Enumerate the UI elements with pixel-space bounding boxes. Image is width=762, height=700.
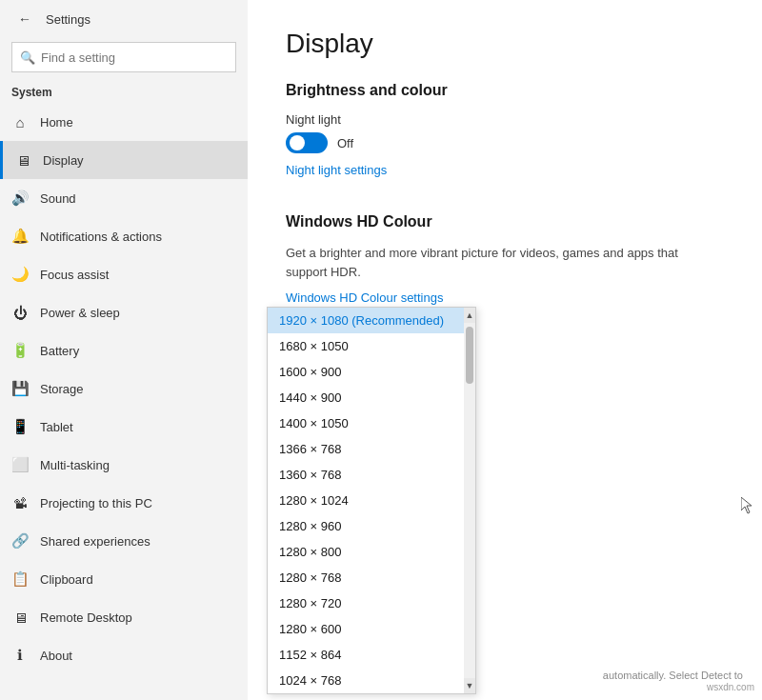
settings-title: Settings [46, 12, 90, 27]
toggle-state-label: Off [337, 136, 353, 150]
sidebar-item-about[interactable]: ℹ About [0, 636, 248, 674]
sidebar-item-label: About [40, 649, 72, 663]
dropdown-item[interactable]: 1366 × 768 [268, 436, 464, 462]
dropdown-item[interactable]: 1024 × 768 [268, 668, 464, 693]
hd-colour-heading: Windows HD Colour [286, 213, 724, 230]
hd-colour-description: Get a brighter and more vibrant picture … [286, 244, 686, 281]
watermark: wsxdn.com [707, 682, 754, 692]
dropdown-item[interactable]: 1280 × 1024 [268, 488, 464, 513]
sidebar-item-label: Notifications & actions [40, 230, 162, 244]
remote-icon: 🖥 [11, 609, 29, 626]
svg-marker-0 [741, 497, 752, 513]
sidebar-item-display[interactable]: 🖥 Display [0, 141, 248, 179]
sidebar-item-label: Shared experiences [40, 534, 150, 549]
night-light-toggle[interactable] [286, 132, 328, 153]
sound-icon: 🔊 [11, 190, 29, 207]
night-light-settings-link[interactable]: Night light settings [286, 163, 387, 177]
sidebar-item-label: Storage [40, 382, 84, 396]
scrollbar-track [464, 323, 475, 678]
sidebar-item-label: Remote Desktop [40, 610, 132, 625]
sidebar-item-label: Tablet [40, 420, 73, 434]
sidebar-item-label: Focus assist [40, 268, 109, 282]
sidebar-header: ← Settings [0, 0, 248, 38]
dropdown-list: 1920 × 1080 (Recommended)1680 × 10501600… [268, 308, 464, 693]
sidebar-item-storage[interactable]: 💾 Storage [0, 370, 248, 408]
sidebar-item-remote[interactable]: 🖥 Remote Desktop [0, 598, 248, 636]
sidebar-item-label: Multi-tasking [40, 458, 110, 472]
sidebar-item-label: Projecting to this PC [40, 496, 152, 510]
resolution-dropdown[interactable]: 1920 × 1080 (Recommended)1680 × 10501600… [267, 307, 476, 694]
sidebar-item-power[interactable]: ⏻ Power & sleep [0, 293, 248, 331]
shared-icon: 🔗 [11, 532, 29, 550]
dropdown-item[interactable]: 1600 × 900 [268, 359, 464, 385]
dropdown-item[interactable]: 1280 × 600 [268, 616, 464, 642]
sidebar-item-shared[interactable]: 🔗 Shared experiences [0, 522, 248, 560]
dropdown-item[interactable]: 1440 × 900 [268, 385, 464, 410]
hd-colour-section: Windows HD Colour Get a brighter and mor… [286, 213, 724, 306]
sidebar-item-clipboard[interactable]: 📋 Clipboard [0, 560, 248, 598]
dropdown-item[interactable]: 1280 × 768 [268, 565, 464, 590]
scrollbar-up-button[interactable]: ▲ [464, 308, 475, 323]
clipboard-icon: 📋 [11, 570, 29, 588]
sidebar-item-label: Display [43, 153, 84, 168]
search-input[interactable] [41, 50, 228, 65]
focus-icon: 🌙 [11, 266, 29, 283]
sidebar-item-tablet[interactable]: 📱 Tablet [0, 408, 248, 446]
storage-icon: 💾 [11, 380, 29, 397]
toggle-knob [290, 135, 305, 150]
sidebar-item-label: Battery [40, 344, 79, 358]
scrollbar-thumb[interactable] [466, 327, 473, 384]
home-icon: ⌂ [11, 113, 29, 130]
main-content: Display Brightness and colour Night ligh… [248, 0, 762, 700]
sidebar-item-projecting[interactable]: 📽 Projecting to this PC [0, 484, 248, 522]
tablet-icon: 📱 [11, 418, 29, 435]
bottom-info-text: automatically. Select Detect to [603, 670, 743, 681]
back-button[interactable]: ← [11, 6, 38, 32]
multitasking-icon: ⬜ [11, 456, 29, 473]
projecting-icon: 📽 [11, 494, 29, 511]
dropdown-item[interactable]: 1920 × 1080 (Recommended) [268, 308, 464, 333]
dropdown-item[interactable]: 1280 × 960 [268, 513, 464, 539]
dropdown-item[interactable]: 1400 × 1050 [268, 410, 464, 436]
dropdown-item[interactable]: 1280 × 720 [268, 590, 464, 616]
sidebar-item-multitasking[interactable]: ⬜ Multi-tasking [0, 446, 248, 484]
display-icon: 🖥 [14, 151, 31, 169]
dropdown-item[interactable]: 1280 × 800 [268, 539, 464, 565]
notifications-icon: 🔔 [11, 228, 29, 245]
sidebar-item-label: Home [40, 115, 73, 130]
sidebar-item-label: Sound [40, 191, 76, 206]
sidebar-item-home[interactable]: ⌂ Home [0, 103, 248, 141]
hd-colour-link[interactable]: Windows HD Colour settings [286, 290, 443, 305]
sidebar: ← Settings 🔍 System ⌂ Home 🖥 Display 🔊 S… [0, 0, 248, 700]
night-light-label: Night light [286, 112, 724, 127]
night-light-toggle-row: Off [286, 132, 724, 153]
about-icon: ℹ [11, 647, 29, 664]
scrollbar-down-button[interactable]: ▼ [464, 678, 475, 693]
brightness-section-heading: Brightness and colour [286, 82, 724, 99]
scrollbar[interactable]: ▲ ▼ [464, 308, 475, 693]
sidebar-item-focus[interactable]: 🌙 Focus assist [0, 255, 248, 293]
sidebar-item-label: Clipboard [40, 572, 93, 587]
dropdown-item[interactable]: 1152 × 864 [268, 642, 464, 668]
power-icon: ⏻ [11, 304, 29, 321]
battery-icon: 🔋 [11, 342, 29, 359]
search-box[interactable]: 🔍 [11, 42, 236, 72]
dropdown-item[interactable]: 1680 × 1050 [268, 333, 464, 359]
cursor-indicator [741, 497, 752, 514]
page-title: Display [286, 29, 724, 59]
search-icon: 🔍 [20, 50, 35, 65]
sidebar-item-label: Power & sleep [40, 306, 120, 320]
sidebar-item-sound[interactable]: 🔊 Sound [0, 179, 248, 217]
sidebar-item-battery[interactable]: 🔋 Battery [0, 331, 248, 370]
system-section-label: System [0, 80, 248, 103]
dropdown-item[interactable]: 1360 × 768 [268, 462, 464, 488]
sidebar-item-notifications[interactable]: 🔔 Notifications & actions [0, 217, 248, 255]
